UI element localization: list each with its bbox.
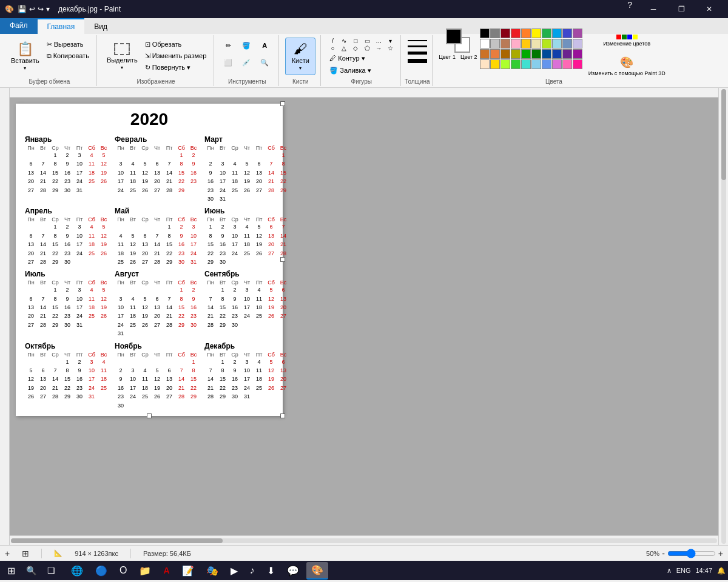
p7[interactable] (542, 49, 551, 59)
palette-red[interactable] (511, 28, 521, 38)
taskbar-app2[interactable]: 📝 (177, 563, 199, 579)
eraser-button[interactable]: ⬜ (220, 55, 236, 70)
palette-darkred[interactable] (500, 28, 510, 38)
shape-rect2[interactable]: ▭ (362, 38, 372, 44)
pa5[interactable] (521, 59, 531, 69)
p4[interactable] (511, 49, 521, 59)
shape-arrow[interactable]: ▾ (385, 38, 396, 44)
paint3d-button[interactable]: 🎨 Изменить с помощью Paint 3D (585, 54, 669, 78)
cut-button[interactable]: ✂ Вырезать (44, 39, 92, 50)
resize-button[interactable]: ⇲ Изменить размер (143, 50, 209, 61)
help-button[interactable]: ? (620, 0, 639, 18)
minimize-button[interactable]: ─ (639, 0, 667, 18)
shape-star[interactable]: ☆ (385, 45, 396, 52)
undo-icon[interactable]: ↩ (29, 5, 35, 13)
handle-right[interactable] (280, 257, 285, 262)
canvas-area[interactable]: 2020 ЯнварьПнВтСрЧтПтСбВс123456789101112… (10, 98, 718, 535)
tab-file[interactable]: Файл (0, 18, 38, 34)
maximize-button[interactable]: ❐ (667, 0, 695, 18)
thickness-line-1[interactable] (408, 40, 427, 41)
palette-gold[interactable] (521, 39, 531, 48)
p8[interactable] (552, 49, 562, 59)
grid-button[interactable]: ⊞ (22, 549, 29, 558)
palette-purple[interactable] (573, 28, 582, 38)
shape-tri[interactable]: △ (339, 45, 349, 52)
palette-brown[interactable] (500, 39, 510, 48)
magnify-button[interactable]: 🔍 (257, 55, 272, 70)
zoom-max-button[interactable]: + (718, 549, 723, 558)
picker-button[interactable]: 💉 (238, 55, 254, 70)
thickness-line-2[interactable] (408, 45, 427, 47)
tray-notification[interactable]: 🔔 (717, 567, 726, 575)
search-button[interactable]: 🔍 (21, 563, 41, 578)
handle-bottom[interactable] (147, 413, 152, 418)
v-scrollbar[interactable] (718, 88, 728, 545)
palette-ltcyan[interactable] (552, 39, 562, 48)
paste-button[interactable]: 📋 Вставить ▾ (7, 38, 43, 75)
handle-top-right[interactable] (280, 101, 285, 106)
palette-yellow[interactable] (531, 28, 541, 38)
taskbar-folder[interactable]: 📁 (134, 563, 156, 579)
close-button[interactable]: ✕ (695, 0, 723, 18)
shapefill-button[interactable]: 🪣 Заливка ▾ (327, 65, 373, 76)
zoom-min-button[interactable]: - (662, 549, 665, 558)
shape-curve[interactable]: ∿ (339, 38, 349, 44)
taskbar-skype[interactable]: 💬 (282, 563, 304, 579)
palette-ltblue[interactable] (562, 39, 572, 48)
p10[interactable] (573, 49, 582, 59)
tray-up[interactable]: ∧ (667, 567, 672, 575)
taskbar-media[interactable]: ▶ (226, 563, 243, 579)
edit-colors-button[interactable]: Изменение цветов (585, 28, 669, 53)
add-button[interactable]: + (5, 549, 10, 558)
p6[interactable] (531, 49, 541, 59)
taskbar-download[interactable]: ⬇ (262, 563, 280, 579)
crop-button[interactable]: ⊡ Обрезать (143, 39, 209, 50)
palette-orange[interactable] (521, 28, 531, 38)
pencil-button[interactable]: ✏ (220, 38, 236, 53)
shape-oval[interactable]: ○ (327, 45, 338, 52)
customize-icon[interactable]: ▾ (46, 5, 50, 13)
palette-cyan[interactable] (552, 28, 562, 38)
palette-white[interactable] (480, 39, 490, 48)
p5[interactable] (521, 49, 531, 59)
shape-line[interactable]: / (327, 38, 338, 44)
save-icon[interactable]: 💾 (18, 5, 27, 13)
taskbar-edge[interactable]: 🔵 (90, 563, 112, 579)
fill-button[interactable]: 🪣 (238, 38, 254, 53)
handle-corner[interactable] (280, 413, 285, 418)
redo-icon[interactable]: ↪ (38, 5, 44, 13)
text-button[interactable]: A (257, 38, 272, 53)
palette-gray[interactable] (490, 28, 500, 38)
color1-box[interactable] (446, 28, 462, 44)
taskbar-music[interactable]: ♪ (245, 563, 260, 578)
h-scroll-track[interactable] (11, 538, 717, 543)
palette-ltpurple[interactable] (573, 39, 582, 48)
p2[interactable] (490, 49, 500, 59)
palette-green[interactable] (542, 28, 551, 38)
shape-more[interactable]: … (373, 38, 384, 44)
shape-diamond[interactable]: ◇ (350, 45, 361, 52)
palette-lgreen[interactable] (542, 39, 551, 48)
thickness-line-3[interactable] (408, 52, 427, 55)
pa4[interactable] (511, 59, 521, 69)
outline-button[interactable]: 🖊 Контур ▾ (327, 53, 373, 64)
pa7[interactable] (542, 59, 551, 69)
shape-arrow2[interactable]: → (373, 45, 384, 52)
palette-pink[interactable] (511, 39, 521, 48)
shape-penta[interactable]: ⬠ (362, 45, 372, 52)
palette-cream[interactable] (531, 39, 541, 48)
copy-button[interactable]: ⧉ Копировать (44, 50, 92, 61)
taskbar-app3[interactable]: 🎭 (201, 563, 223, 579)
shape-rect[interactable]: □ (350, 38, 361, 44)
palette-black[interactable] (480, 28, 490, 38)
palette-ltgray[interactable] (490, 39, 500, 48)
p1[interactable] (480, 49, 490, 59)
v-scroll-track[interactable] (721, 89, 726, 544)
brush-button[interactable]: 🖌 Кисти ▾ (285, 38, 315, 75)
h-scrollbar[interactable] (10, 535, 718, 545)
task-view-button[interactable]: ❑ (42, 563, 60, 578)
thickness-line-4[interactable] (408, 59, 427, 63)
select-button[interactable]: Выделить ▾ (103, 38, 141, 75)
pa3[interactable] (500, 59, 510, 69)
pa8[interactable] (552, 59, 562, 69)
